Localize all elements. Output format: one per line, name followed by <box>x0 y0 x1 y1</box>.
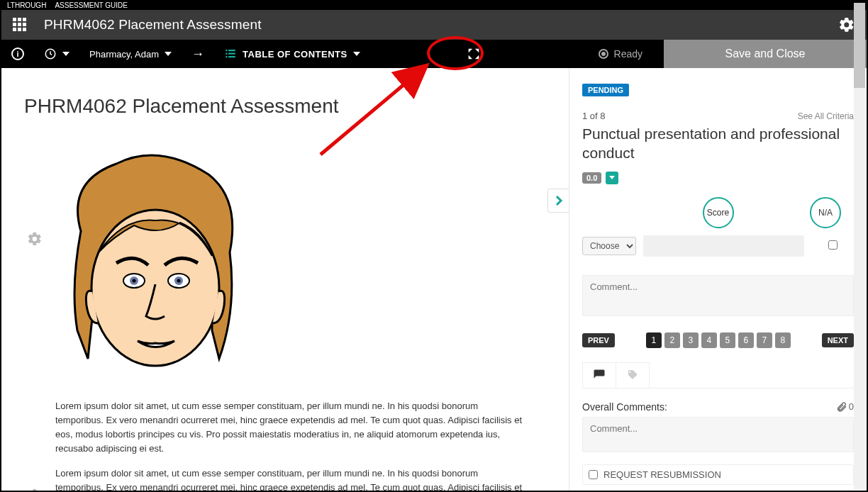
apps-grid-icon[interactable] <box>13 18 27 32</box>
history-button[interactable] <box>34 40 79 68</box>
ready-label: Ready <box>614 48 642 60</box>
resubmission-checkbox[interactable] <box>589 470 598 479</box>
score-expand-button[interactable] <box>606 172 618 184</box>
tags-tab[interactable] <box>616 362 650 388</box>
tab-through[interactable]: LTHROUGH <box>4 1 49 10</box>
page-1[interactable]: 1 <box>646 332 662 348</box>
toc-label: TABLE OF CONTENTS <box>243 49 347 60</box>
paragraph: Lorem ipsum dolor sit amet, ut cum esse … <box>55 466 523 491</box>
user-name: Pharmacy, Adam <box>89 49 159 60</box>
document-body: Lorem ipsum dolor sit amet, ut cum esse … <box>55 399 523 491</box>
app-header: PHRM4062 Placement Assessment <box>1 10 867 40</box>
top-tabs-bar: LTHROUGH ASSESSMENT GUIDE <box>1 1 867 10</box>
scrollbar-thumb[interactable] <box>854 3 865 88</box>
criterion-title: Punctual presentation and professional c… <box>582 124 854 163</box>
page-title: PHRM4062 Placement Assessment <box>44 17 838 33</box>
page-8[interactable]: 8 <box>775 332 791 348</box>
score-choose-select[interactable]: Choose <box>582 237 636 255</box>
attachment-count: 0 <box>849 401 854 412</box>
collapse-panel-button[interactable] <box>547 189 569 213</box>
fullscreen-button[interactable] <box>466 46 482 62</box>
attachment-button[interactable]: 0 <box>836 401 854 413</box>
page-3[interactable]: 3 <box>683 332 699 348</box>
svg-rect-3 <box>226 53 227 55</box>
svg-rect-4 <box>228 53 235 55</box>
student-avatar <box>52 146 552 382</box>
overall-comments-label: Overall Comments: <box>582 401 667 413</box>
pager-numbers: 1 2 3 4 5 6 7 8 <box>646 332 791 348</box>
chevron-down-icon <box>165 52 172 56</box>
page-6[interactable]: 6 <box>738 332 754 348</box>
next-user-button[interactable]: → <box>182 40 214 68</box>
score-column-header: Score <box>703 197 734 228</box>
save-and-close-button[interactable]: Save and Close <box>664 40 867 68</box>
block-settings-icon[interactable] <box>27 488 43 491</box>
ready-dot-icon <box>599 49 608 59</box>
svg-rect-6 <box>228 56 235 57</box>
comments-tab[interactable] <box>582 362 616 388</box>
page-5[interactable]: 5 <box>720 332 735 348</box>
overall-comment-input[interactable] <box>582 417 854 452</box>
resubmission-label: REQUEST RESUBMISSION <box>603 469 721 480</box>
criterion-count: 1 of 8 <box>582 111 606 121</box>
score-input[interactable] <box>643 235 804 257</box>
svg-rect-1 <box>226 50 227 51</box>
toolbar: i Pharmacy, Adam → TABLE OF CONTENTS Rea… <box>1 40 867 68</box>
see-all-criteria-link[interactable]: See All Criteria <box>798 111 854 121</box>
block-settings-icon[interactable] <box>27 231 43 247</box>
na-column-header: N/A <box>810 197 841 228</box>
chevron-down-icon <box>353 52 360 56</box>
prev-button[interactable]: PREV <box>582 333 615 347</box>
status-badge: PENDING <box>582 84 629 96</box>
paragraph: Lorem ipsum dolor sit amet, ut cum esse … <box>55 399 523 457</box>
table-of-contents-button[interactable]: TABLE OF CONTENTS <box>214 40 370 68</box>
svg-rect-5 <box>226 56 227 57</box>
svg-point-11 <box>133 279 136 283</box>
status-ready: Ready <box>577 40 664 68</box>
na-checkbox[interactable] <box>828 240 838 250</box>
next-button[interactable]: NEXT <box>822 333 854 347</box>
page-7[interactable]: 7 <box>757 332 772 348</box>
user-selector[interactable]: Pharmacy, Adam <box>79 40 182 68</box>
page-2[interactable]: 2 <box>664 332 680 348</box>
svg-point-14 <box>177 279 181 283</box>
score-value-badge: 0.0 <box>582 172 601 184</box>
grading-panel: PENDING 1 of 8 See All Criteria Punctual… <box>569 68 867 491</box>
document-pane: PHRM4062 Placement Assessment <box>1 68 569 491</box>
criterion-comment-input[interactable] <box>582 275 854 316</box>
tab-assessment-guide[interactable]: ASSESSMENT GUIDE <box>52 1 130 10</box>
document-title: PHRM4062 Placement Assessment <box>24 95 552 118</box>
page-4[interactable]: 4 <box>701 332 717 348</box>
info-button[interactable]: i <box>1 40 34 68</box>
chevron-down-icon <box>62 52 69 56</box>
settings-gear-icon[interactable] <box>838 16 855 33</box>
request-resubmission-row[interactable]: REQUEST RESUBMISSION <box>582 464 854 485</box>
svg-rect-2 <box>228 50 235 51</box>
